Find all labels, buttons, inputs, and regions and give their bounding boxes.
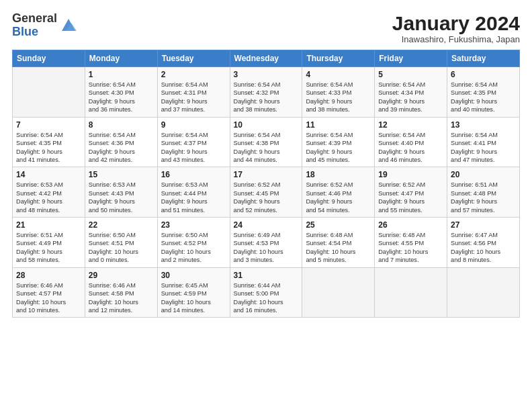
logo-general: General [12,11,57,25]
day-info: Sunrise: 6:54 AMSunset: 4:33 PMDaylight:… [306,81,371,114]
month-year-title: January 2024 [392,12,520,34]
calendar-cell: 21Sunrise: 6:51 AMSunset: 4:49 PMDayligh… [13,218,85,268]
logo-blue: Blue [12,25,38,38]
day-number: 29 [89,271,154,280]
calendar-cell [447,267,520,318]
day-number: 27 [451,220,516,230]
day-number: 12 [378,120,443,130]
calendar-cell: 17Sunrise: 6:52 AMSunset: 4:45 PMDayligh… [230,167,302,218]
day-info: Sunrise: 6:54 AMSunset: 4:40 PMDaylight:… [378,131,443,165]
day-info: Sunrise: 6:50 AMSunset: 4:52 PMDaylight:… [161,231,226,265]
day-number: 20 [451,170,516,179]
day-number: 30 [161,271,226,280]
title-block: January 2024 Inawashiro, Fukushima, Japa… [392,12,520,44]
day-info: Sunrise: 6:54 AMSunset: 4:31 PMDaylight:… [161,81,226,114]
day-info: Sunrise: 6:52 AMSunset: 4:47 PMDaylight:… [378,181,443,214]
day-info: Sunrise: 6:53 AMSunset: 4:43 PMDaylight:… [89,181,154,214]
day-number: 2 [161,70,226,79]
day-number: 15 [89,170,154,179]
day-number: 28 [16,271,81,280]
calendar-cell: 23Sunrise: 6:50 AMSunset: 4:52 PMDayligh… [157,218,230,268]
day-number: 16 [161,170,226,179]
calendar-cell: 10Sunrise: 6:54 AMSunset: 4:38 PMDayligh… [230,117,302,167]
day-info: Sunrise: 6:48 AMSunset: 4:55 PMDaylight:… [378,231,443,265]
calendar-cell: 4Sunrise: 6:54 AMSunset: 4:33 PMDaylight… [302,67,375,118]
calendar-week-row: 7Sunrise: 6:54 AMSunset: 4:35 PMDaylight… [13,117,520,167]
day-number: 14 [16,170,81,179]
calendar-cell: 7Sunrise: 6:54 AMSunset: 4:35 PMDaylight… [13,117,85,167]
day-info: Sunrise: 6:54 AMSunset: 4:35 PMDaylight:… [16,131,81,165]
calendar-cell: 30Sunrise: 6:45 AMSunset: 4:59 PMDayligh… [157,267,230,318]
calendar-cell: 28Sunrise: 6:46 AMSunset: 4:57 PMDayligh… [13,267,85,318]
day-number: 24 [234,220,299,230]
day-info: Sunrise: 6:54 AMSunset: 4:32 PMDaylight:… [234,81,299,114]
day-info: Sunrise: 6:45 AMSunset: 4:59 PMDaylight:… [161,281,226,315]
day-info: Sunrise: 6:53 AMSunset: 4:42 PMDaylight:… [16,181,81,214]
calendar-cell: 15Sunrise: 6:53 AMSunset: 4:43 PMDayligh… [85,167,157,218]
calendar-cell: 29Sunrise: 6:46 AMSunset: 4:58 PMDayligh… [85,267,157,318]
day-info: Sunrise: 6:44 AMSunset: 5:00 PMDaylight:… [234,281,299,315]
day-info: Sunrise: 6:48 AMSunset: 4:54 PMDaylight:… [306,231,371,265]
day-info: Sunrise: 6:54 AMSunset: 4:39 PMDaylight:… [306,131,371,165]
day-number: 11 [306,120,371,130]
day-info: Sunrise: 6:46 AMSunset: 4:57 PMDaylight:… [16,281,81,315]
day-info: Sunrise: 6:46 AMSunset: 4:58 PMDaylight:… [89,281,154,315]
day-number: 7 [16,120,81,130]
col-header-tuesday: Tuesday [157,50,230,67]
calendar-cell [13,67,85,118]
day-info: Sunrise: 6:52 AMSunset: 4:46 PMDaylight:… [306,181,371,214]
calendar-cell: 8Sunrise: 6:54 AMSunset: 4:36 PMDaylight… [85,117,157,167]
calendar-cell: 20Sunrise: 6:51 AMSunset: 4:48 PMDayligh… [447,167,520,218]
col-header-wednesday: Wednesday [230,50,302,67]
col-header-saturday: Saturday [447,50,520,67]
calendar-header-row: SundayMondayTuesdayWednesdayThursdayFrid… [13,50,520,67]
calendar-cell: 11Sunrise: 6:54 AMSunset: 4:39 PMDayligh… [302,117,375,167]
calendar-cell [302,267,375,318]
day-number: 23 [161,220,226,230]
col-header-thursday: Thursday [302,50,375,67]
day-number: 19 [378,170,443,179]
day-info: Sunrise: 6:54 AMSunset: 4:41 PMDaylight:… [451,131,516,165]
calendar-week-row: 21Sunrise: 6:51 AMSunset: 4:49 PMDayligh… [13,218,520,268]
day-info: Sunrise: 6:52 AMSunset: 4:45 PMDaylight:… [234,181,299,214]
calendar-cell [375,267,447,318]
calendar-cell: 2Sunrise: 6:54 AMSunset: 4:31 PMDaylight… [157,67,230,118]
calendar-cell: 19Sunrise: 6:52 AMSunset: 4:47 PMDayligh… [375,167,447,218]
day-number: 4 [306,70,371,79]
calendar-week-row: 28Sunrise: 6:46 AMSunset: 4:57 PMDayligh… [13,267,520,318]
day-number: 26 [378,220,443,230]
col-header-monday: Monday [85,50,157,67]
day-info: Sunrise: 6:47 AMSunset: 4:56 PMDaylight:… [451,231,516,265]
day-info: Sunrise: 6:54 AMSunset: 4:35 PMDaylight:… [451,81,516,114]
calendar-cell: 25Sunrise: 6:48 AMSunset: 4:54 PMDayligh… [302,218,375,268]
calendar-cell: 31Sunrise: 6:44 AMSunset: 5:00 PMDayligh… [230,267,302,318]
day-number: 21 [16,220,81,230]
calendar-week-row: 14Sunrise: 6:53 AMSunset: 4:42 PMDayligh… [13,167,520,218]
day-info: Sunrise: 6:49 AMSunset: 4:53 PMDaylight:… [234,231,299,265]
calendar-cell: 6Sunrise: 6:54 AMSunset: 4:35 PMDaylight… [447,67,520,118]
col-header-friday: Friday [375,50,447,67]
calendar-cell: 13Sunrise: 6:54 AMSunset: 4:41 PMDayligh… [447,117,520,167]
day-number: 3 [234,70,299,79]
calendar-cell: 12Sunrise: 6:54 AMSunset: 4:40 PMDayligh… [375,117,447,167]
col-header-sunday: Sunday [13,50,85,67]
page-header: General Blue January 2024 Inawashiro, Fu… [12,12,520,44]
logo: General Blue [12,12,78,39]
day-number: 31 [234,271,299,280]
calendar-week-row: 1Sunrise: 6:54 AMSunset: 4:30 PMDaylight… [13,67,520,118]
day-number: 22 [89,220,154,230]
calendar-cell: 26Sunrise: 6:48 AMSunset: 4:55 PMDayligh… [375,218,447,268]
calendar-table: SundayMondayTuesdayWednesdayThursdayFrid… [12,50,520,318]
day-number: 25 [306,220,371,230]
day-number: 18 [306,170,371,179]
calendar-cell: 16Sunrise: 6:53 AMSunset: 4:44 PMDayligh… [157,167,230,218]
day-info: Sunrise: 6:51 AMSunset: 4:49 PMDaylight:… [16,231,81,265]
calendar-cell: 27Sunrise: 6:47 AMSunset: 4:56 PMDayligh… [447,218,520,268]
day-number: 8 [89,120,154,130]
calendar-cell: 3Sunrise: 6:54 AMSunset: 4:32 PMDaylight… [230,67,302,118]
calendar-cell: 22Sunrise: 6:50 AMSunset: 4:51 PMDayligh… [85,218,157,268]
day-info: Sunrise: 6:51 AMSunset: 4:48 PMDaylight:… [451,181,516,214]
calendar-cell: 24Sunrise: 6:49 AMSunset: 4:53 PMDayligh… [230,218,302,268]
day-info: Sunrise: 6:53 AMSunset: 4:44 PMDaylight:… [161,181,226,214]
day-number: 5 [378,70,443,79]
